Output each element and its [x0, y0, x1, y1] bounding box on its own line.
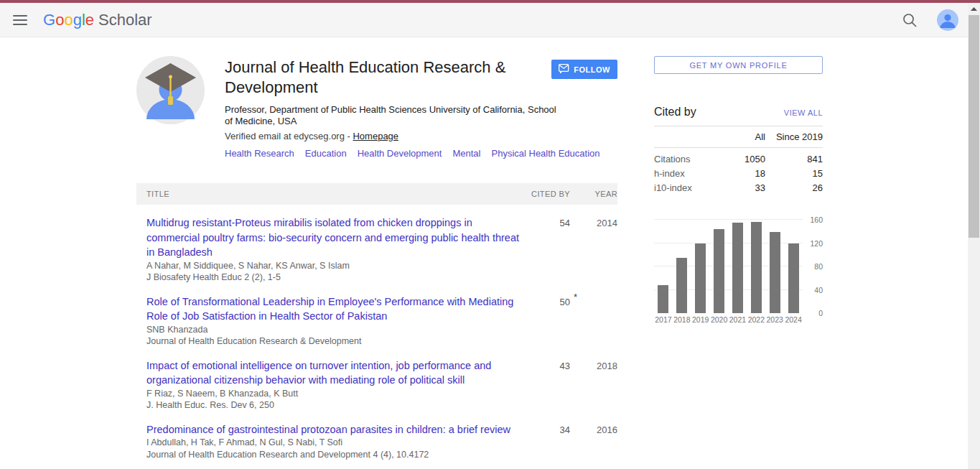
cited-by-asterisk: * — [574, 292, 577, 302]
follow-label: FOLLOW — [574, 65, 610, 74]
chart-y-tick: 40 — [814, 286, 823, 294]
stat-value-since: 841 — [765, 154, 823, 165]
profile-photo[interactable] — [136, 56, 205, 124]
cited-by-number[interactable]: 43 — [560, 361, 570, 371]
chart-bar[interactable] — [788, 243, 799, 313]
publication-row: Role of Transformational Leadership in E… — [136, 284, 617, 348]
homepage-link[interactable]: Homepage — [353, 131, 398, 141]
citations-per-year-chart: 20172018201920202021202220232024 0408012… — [654, 220, 823, 326]
chart-x-tick: 2020 — [710, 315, 729, 324]
cited-by-count[interactable]: 43 — [524, 358, 570, 412]
citation-stat-row: h-index1815 — [654, 165, 823, 180]
publication-row: Multidrug resistant-Proteus mirabilis is… — [136, 205, 617, 284]
verified-email-text: Verified email at edycseg.org - — [225, 131, 353, 141]
publication-title-cell: Predominance of gastrointestinal protozo… — [136, 422, 524, 461]
chart-x-tick: 2024 — [784, 315, 803, 324]
chart-x-tick: 2018 — [673, 315, 691, 324]
publication-authors: F Riaz, S Naeem, B Khanzada, K Butt — [146, 389, 524, 400]
publication-authors: A Nahar, M Siddiquee, S Nahar, KS Anwar,… — [146, 261, 524, 272]
chart-bar-slot — [691, 220, 710, 313]
view-all-link[interactable]: VIEW ALL — [784, 108, 823, 117]
cited-by-panel: Cited by VIEW ALL All Since 2019 Citatio… — [654, 106, 823, 326]
publication-venue: Journal of Health Education Research & D… — [146, 336, 524, 348]
stat-value-all: 18 — [722, 168, 765, 180]
logo-letter: g — [73, 11, 82, 29]
publication-venue: J. Health Educ. Res. Dev 6, 250 — [146, 400, 524, 412]
publication-row: Predominance of gastrointestinal protozo… — [136, 412, 617, 461]
chart-y-tick: 160 — [810, 215, 823, 224]
chart-x-tick: 2023 — [765, 315, 784, 324]
citation-stat-row: Citations1050841 — [654, 151, 823, 165]
chart-bar[interactable] — [658, 285, 668, 313]
chart-bar[interactable] — [751, 222, 762, 313]
cited-by-number[interactable]: 50 — [560, 297, 570, 307]
google-scholar-logo[interactable]: Google Scholar — [43, 11, 152, 29]
stats-column-since: Since 2019 — [765, 131, 823, 142]
publication-venue: Journal of Health Education Research and… — [146, 450, 524, 461]
stat-value-all: 1050 — [722, 154, 765, 165]
vertical-scrollbar[interactable] — [968, 3, 980, 469]
scrollbar-up-arrow[interactable] — [968, 3, 980, 15]
chart-bar[interactable] — [714, 229, 724, 313]
chart-y-tick: 120 — [810, 239, 823, 248]
publication-year: 2016 — [570, 422, 617, 461]
cited-by-count[interactable]: 54 — [524, 215, 570, 284]
chart-bar[interactable] — [732, 223, 743, 313]
search-icon[interactable] — [901, 11, 918, 29]
publication-year: 2018 — [570, 358, 617, 412]
profile-affiliation: Professor, Department of Public Health S… — [225, 104, 562, 126]
chart-bar-slot — [673, 220, 691, 313]
publication-title-link[interactable]: Predominance of gastrointestinal protozo… — [146, 422, 524, 437]
column-header-title[interactable]: TITLE — [136, 190, 524, 198]
stat-label: Citations — [654, 154, 722, 165]
logo-letter: G — [43, 11, 55, 29]
publication-title-link[interactable]: Impact of emotional intelligence on turn… — [146, 358, 524, 388]
chart-bar[interactable] — [770, 232, 780, 313]
scrollbar-thumb[interactable] — [969, 15, 979, 238]
cited-by-number[interactable]: 54 — [560, 218, 570, 228]
chart-x-tick: 2021 — [729, 315, 747, 324]
stat-value-all: 33 — [722, 182, 765, 194]
follow-button[interactable]: FOLLOW — [551, 60, 617, 79]
column-header-year[interactable]: YEAR — [570, 190, 617, 198]
cited-by-count[interactable]: 50* — [524, 294, 570, 348]
publication-authors: I Abdullah, H Tak, F Ahmad, N Gul, S Nab… — [146, 437, 524, 449]
publication-title-link[interactable]: Multidrug resistant-Proteus mirabilis is… — [146, 215, 524, 260]
interest-tags: Health ResearchEducationHealth Developme… — [225, 148, 617, 159]
chart-bar[interactable] — [676, 258, 687, 313]
chart-bar[interactable] — [695, 243, 706, 313]
scholar-logo-text: Scholar — [98, 11, 152, 29]
chart-x-tick: 2022 — [747, 315, 765, 324]
get-my-own-profile-button[interactable]: GET MY OWN PROFILE — [654, 56, 823, 74]
stat-label: h-index — [654, 168, 722, 180]
cited-by-number[interactable]: 34 — [560, 424, 570, 435]
logo-letter: e — [85, 11, 94, 29]
chart-x-tick: 2017 — [654, 315, 673, 324]
publication-title-link[interactable]: Role of Transformational Leadership in E… — [146, 294, 524, 324]
interest-tag-link[interactable]: Physical Health Education — [491, 148, 599, 159]
interest-tag-link[interactable]: Health Development — [358, 148, 442, 159]
stats-column-all: All — [722, 131, 765, 142]
menu-icon[interactable] — [13, 15, 27, 25]
publication-title-cell: Role of Transformational Leadership in E… — [136, 294, 524, 348]
verified-email: Verified email at edycseg.org - Homepage — [225, 131, 617, 141]
stat-value-since: 15 — [765, 168, 823, 180]
interest-tag-link[interactable]: Education — [305, 148, 347, 159]
publications-table: TITLE CITED BY YEAR Multidrug resistant-… — [136, 183, 617, 469]
column-header-cited-by[interactable]: CITED BY — [524, 190, 570, 198]
page-content: Journal of Health Education Research & D… — [0, 37, 980, 469]
publication-authors: SNB Khanzada — [146, 325, 524, 336]
stat-value-since: 26 — [765, 182, 823, 194]
interest-tag-link[interactable]: Health Research — [225, 148, 294, 159]
chart-bar-slot — [747, 220, 765, 313]
chart-bar-slot — [710, 220, 729, 313]
follow-envelope-icon — [559, 64, 569, 75]
chart-bar-slot — [654, 220, 673, 313]
citation-stats-table: All Since 2019 Citations1050841h-index18… — [654, 126, 823, 194]
account-avatar[interactable] — [937, 9, 958, 31]
cited-by-count[interactable]: 34 — [524, 422, 570, 461]
publication-title-cell: Multidrug resistant-Proteus mirabilis is… — [136, 215, 524, 284]
interest-tag-link[interactable]: Mental — [452, 148, 480, 159]
publication-year: 2014 — [570, 215, 617, 284]
google-logo-text: Google — [43, 11, 94, 29]
